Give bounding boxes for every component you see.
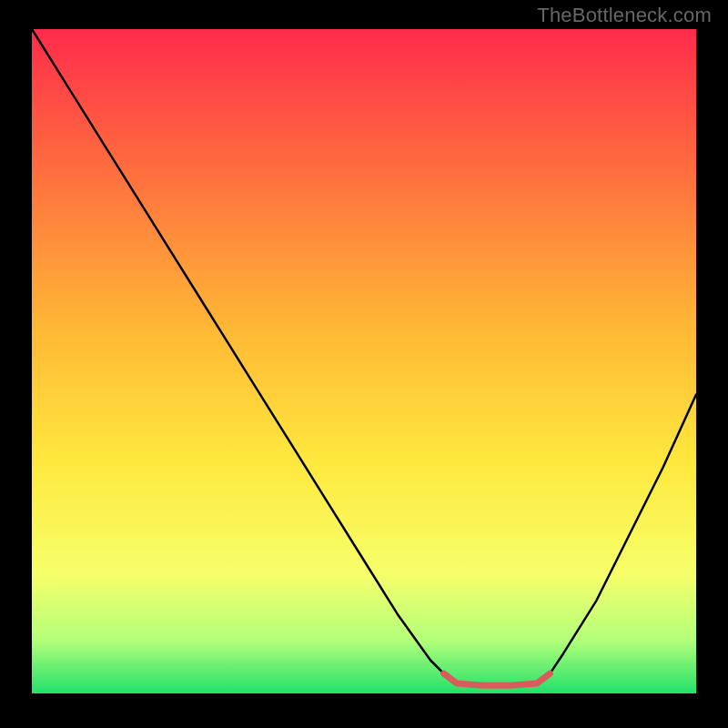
chart-container: TheBottleneck.com xyxy=(0,0,728,728)
plot-background xyxy=(32,29,696,693)
bottleneck-chart xyxy=(0,0,728,728)
watermark-text: TheBottleneck.com xyxy=(537,4,712,27)
